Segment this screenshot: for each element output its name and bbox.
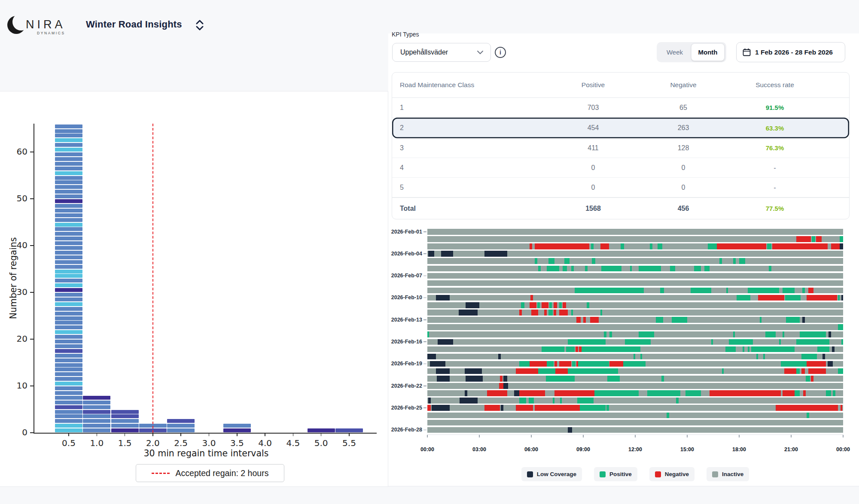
histogram-segment: [55, 335, 82, 339]
histogram-segment: [55, 274, 82, 278]
legend-item-positive[interactable]: Positive: [594, 467, 637, 481]
timeline-segment-positive: [587, 302, 589, 308]
table-row[interactable]: 400-: [392, 158, 849, 178]
timeline-x-tick-label: 00:00: [829, 446, 857, 452]
timeline-segment-positive: [796, 339, 829, 345]
timeline-row: [427, 368, 843, 374]
timeline-segment-low-coverage: [503, 376, 507, 382]
table-row[interactable]: 500-: [392, 178, 849, 197]
y-tick-label: 10: [9, 380, 27, 391]
timeline-segment-positive: [519, 398, 526, 404]
legend-item-negative[interactable]: Negative: [649, 467, 695, 481]
y-tick: [30, 339, 34, 340]
timeline-segment-positive: [546, 376, 575, 382]
timeline-segment-negative: [499, 383, 503, 389]
timeline-segment-low-coverage: [436, 295, 450, 301]
x-tick: [152, 433, 153, 436]
timeline-segment-positive: [660, 288, 664, 294]
legend-label: Positive: [609, 471, 632, 477]
histogram-segment: [55, 354, 82, 358]
timeline-segment-positive: [634, 354, 635, 360]
histogram-segment: [55, 185, 82, 189]
timeline-segment-positive: [647, 390, 680, 396]
timeline-segment-positive: [601, 266, 621, 272]
timeline-segment-low-coverage: [802, 317, 805, 323]
timeline-segment-positive: [748, 288, 779, 294]
timeline-segment-positive: [691, 288, 711, 294]
histogram-segment: [55, 246, 82, 250]
x-tick: [349, 433, 350, 436]
x-tick-label: 3.0: [196, 438, 222, 448]
histogram-segment: [55, 218, 82, 222]
timeline-row: [427, 280, 843, 286]
kpi-table: Road Maintenance Class Positive Negative…: [392, 72, 850, 219]
date-range-value: 1 Feb 2026 - 28 Feb 2026: [755, 49, 833, 56]
timeline-segment-positive: [737, 295, 750, 301]
date-range-picker[interactable]: 1 Feb 2026 - 28 Feb 2026: [736, 42, 845, 62]
histogram-segment: [55, 316, 82, 320]
toggle-month[interactable]: Month: [691, 43, 725, 61]
legend-label: Inactive: [722, 471, 743, 477]
timeline-segment-positive: [838, 324, 843, 330]
timeline-segment-positive: [519, 361, 530, 367]
timeline-segment-positive: [817, 346, 829, 352]
timeline-segment-positive: [767, 243, 771, 249]
histogram-segment: [55, 167, 82, 170]
timeline-segment-positive: [625, 339, 651, 345]
table-row[interactable]: 341112876.3%: [392, 138, 849, 158]
legend-label: Negative: [665, 471, 689, 477]
table-row[interactable]: 17036591.5%: [392, 98, 849, 118]
table-total-row[interactable]: Total156845677.5%: [392, 197, 849, 219]
timeline-segment-negative: [555, 368, 567, 374]
calendar-icon: [743, 48, 751, 56]
histogram-legend: Accepted regain: 2 hours: [136, 464, 284, 482]
table-row[interactable]: 245426363.3%: [392, 118, 849, 138]
timeline-x-tick-label: 09:00: [570, 446, 597, 452]
timeline-segment-positive: [783, 288, 795, 294]
y-tick: [30, 198, 34, 199]
histogram-segment: [55, 251, 82, 255]
kpi-type-dropdown[interactable]: Uppehållsväder: [392, 43, 491, 62]
timeline-row: [427, 354, 843, 360]
histogram-segment: [55, 162, 82, 166]
timeline-segment-positive: [763, 354, 765, 360]
timeline-date-label: 2026-Feb-07: [363, 273, 422, 279]
col-header-success: Success rate: [726, 81, 849, 89]
dashboard-selector-icon[interactable]: [194, 19, 206, 32]
timeline-segment-positive: [568, 368, 618, 374]
cell-class: 2: [392, 124, 546, 132]
timeline-segment-positive: [623, 361, 646, 367]
histogram-segment: [55, 148, 82, 152]
legend-item-inactive[interactable]: Inactive: [707, 467, 749, 481]
period-toggle: Week Month: [657, 42, 726, 62]
timeline-segment-positive: [548, 310, 553, 316]
timeline-segment-positive: [559, 302, 562, 308]
timeline-segment-negative: [816, 236, 821, 242]
legend-item-low-coverage[interactable]: Low Coverage: [521, 467, 582, 481]
histogram-segment: [55, 171, 82, 175]
timeline-segment-low-coverage: [459, 310, 478, 316]
timeline-segment-positive: [572, 361, 576, 367]
histogram-segment: [55, 283, 82, 287]
timeline-segment-positive: [553, 398, 554, 404]
toggle-week[interactable]: Week: [658, 44, 691, 61]
histogram-segment: [55, 129, 82, 133]
histogram-segment: [83, 414, 110, 418]
x-tick: [237, 433, 238, 436]
info-icon[interactable]: i: [495, 47, 506, 58]
timeline-segment-negative: [544, 310, 547, 316]
timeline-segment-positive: [564, 258, 570, 264]
cell-success-rate: 91.5%: [726, 104, 849, 111]
histogram-segment: [55, 124, 82, 128]
timeline-row: [427, 398, 843, 404]
histogram-segment: [55, 152, 82, 156]
x-tick-label: 0.5: [56, 438, 82, 448]
cell-negative: 0: [640, 184, 726, 191]
timeline-segment-positive: [571, 310, 573, 316]
x-tick: [125, 433, 125, 436]
timeline-segment-low-coverage: [466, 376, 483, 382]
timeline-segment-positive: [802, 288, 805, 294]
timeline-x-tick: [427, 435, 427, 437]
timeline-segment-positive: [609, 331, 612, 337]
timeline-row: [427, 324, 843, 330]
